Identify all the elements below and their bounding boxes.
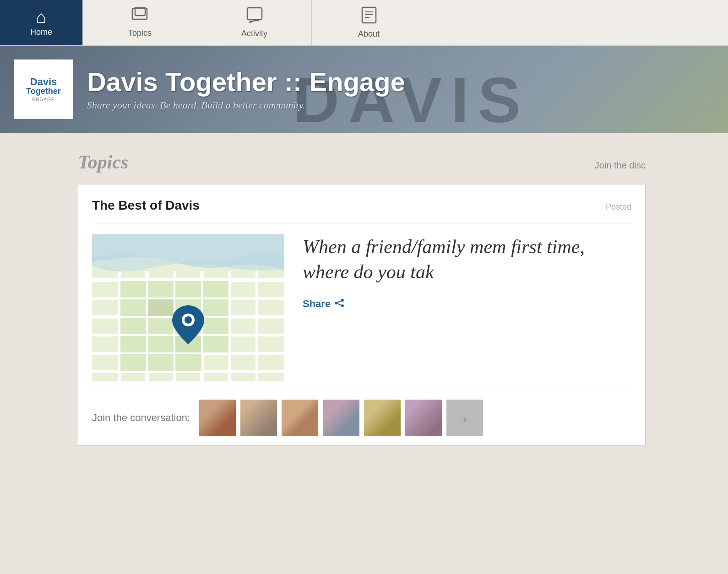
logo-text-engage: ENGAGE (33, 97, 55, 102)
avatar-1 (199, 400, 236, 436)
svg-rect-28 (120, 318, 146, 334)
svg-line-45 (336, 300, 342, 303)
posted-label: Posted (606, 202, 631, 212)
topics-header: Topics Join the disc (78, 151, 646, 173)
svg-line-46 (336, 303, 342, 306)
avatar-2 (240, 400, 277, 436)
avatar-more: › (446, 400, 483, 436)
join-discussion-label: Join the disc (595, 160, 646, 171)
svg-rect-21 (148, 281, 174, 298)
svg-rect-31 (203, 318, 228, 334)
svg-rect-35 (203, 336, 228, 352)
avatar-4 (323, 400, 359, 436)
share-label: Share (303, 298, 331, 310)
activity-icon (246, 7, 263, 27)
avatar-3 (282, 400, 318, 436)
svg-rect-20 (120, 281, 146, 298)
main-content: Topics Join the disc The Best of Davis P… (0, 133, 728, 464)
svg-rect-32 (120, 336, 146, 352)
topics-tab-label: Topics (128, 28, 152, 38)
share-button[interactable]: Share (303, 298, 344, 310)
map-image (92, 234, 284, 381)
site-banner: Davis Together ENGAGE Davis Together :: … (0, 46, 728, 133)
svg-rect-33 (148, 336, 174, 352)
about-tab[interactable]: About (311, 0, 426, 45)
svg-rect-27 (203, 299, 228, 316)
bottom-bar: Join the conversation: › (92, 390, 631, 436)
topics-heading: Topics (78, 151, 128, 173)
banner-subtitle: Share your ideas. Be heard. Build a bett… (87, 99, 405, 111)
topic-card-title: The Best of Davis (92, 198, 200, 213)
navigation-bar: ⌂ Home Topics Activity (0, 0, 728, 46)
activity-tab[interactable]: Activity (197, 0, 311, 45)
logo-text-together: Together (26, 87, 61, 95)
svg-rect-37 (148, 354, 174, 371)
share-icon (334, 299, 344, 309)
about-icon (361, 6, 377, 27)
svg-rect-2 (247, 8, 262, 20)
banner-text-block: Davis Together :: Engage Share your idea… (87, 67, 405, 111)
topics-icon (131, 7, 149, 27)
home-icon: ⌂ (36, 8, 47, 26)
topic-question: When a friend/family mem first time, whe… (303, 234, 631, 284)
logo-text-davis: Davis (30, 77, 57, 87)
home-nav-button[interactable]: ⌂ Home (0, 0, 82, 45)
svg-rect-23 (203, 281, 228, 298)
topic-divider (92, 223, 631, 223)
svg-rect-22 (175, 281, 201, 298)
avatar-5 (364, 400, 401, 436)
join-conversation-label: Join the conversation: (92, 412, 190, 424)
svg-rect-24 (120, 299, 146, 316)
home-label: Home (30, 27, 52, 37)
site-logo: Davis Together ENGAGE (14, 60, 73, 119)
avatar-6 (405, 400, 442, 436)
topics-tab[interactable]: Topics (82, 0, 197, 45)
svg-rect-25 (148, 299, 174, 316)
svg-rect-36 (120, 354, 146, 371)
banner-title: Davis Together :: Engage (87, 67, 405, 97)
svg-rect-29 (148, 318, 174, 334)
about-tab-label: About (358, 29, 380, 39)
avatar-row: › (199, 400, 483, 436)
topic-card: The Best of Davis Posted (78, 184, 646, 446)
activity-tab-label: Activity (241, 29, 267, 38)
topic-body: When a friend/family mem first time, whe… (92, 234, 631, 381)
topic-text-area: When a friend/family mem first time, whe… (303, 234, 631, 310)
svg-point-41 (185, 316, 192, 324)
svg-rect-38 (175, 354, 201, 371)
